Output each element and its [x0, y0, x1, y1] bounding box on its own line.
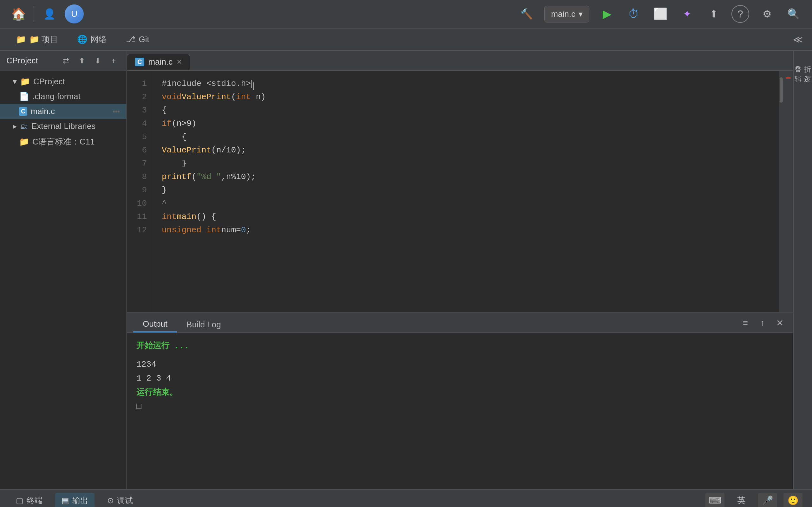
output-icon: ▤: [61, 496, 69, 505]
chevron-down-icon: ▾: [578, 9, 583, 19]
c-file-icon: C: [19, 107, 27, 116]
add-file-button[interactable]: +: [107, 55, 120, 67]
terminal-icon: ▢: [16, 496, 23, 505]
chevron-right-icon: ▸: [13, 121, 17, 131]
ai-icon[interactable]: ✦: [678, 5, 696, 23]
globe-icon: 🌐: [77, 35, 87, 44]
help-icon[interactable]: ?: [731, 5, 749, 23]
tool-debug[interactable]: ⊙ 调试: [101, 493, 139, 507]
title-bar-right: 🔨 main.c ▾ ▶ ⏱ ⬜ ✦ ⬆ ? ⚙ 🔍: [518, 5, 803, 23]
divider: [34, 6, 34, 22]
right-gutter: [783, 71, 793, 312]
code-content[interactable]: #include <stdio.h>| void ValuePrint(int …: [152, 71, 779, 312]
title-bar-left: 🏠 👤 U: [9, 4, 84, 23]
sidebar: CProject ⇄ ⬆ ⬇ + ▾ 📁 CProject 📄 .clang-f…: [0, 51, 127, 489]
code-line-8: printf("%d ",n%10);: [162, 170, 769, 184]
menu-bar: 📁 📁 项目 🌐 网络 ⎇ Git ≪: [0, 29, 812, 51]
run-config-button[interactable]: main.c ▾: [544, 6, 589, 22]
code-line-11: int main() {: [162, 210, 769, 224]
chevron-down-icon: ▾: [13, 77, 17, 87]
search-icon[interactable]: 🔍: [785, 5, 803, 23]
debug-icon[interactable]: ⏱: [625, 5, 643, 23]
tree-item-label: CProject: [33, 77, 120, 87]
tree-item-label: External Libraries: [32, 121, 120, 131]
vertical-scrollbar[interactable]: [779, 71, 783, 312]
run-config-label: main.c: [551, 9, 575, 19]
sidebar-item-cproject[interactable]: ▾ 📁 CProject: [0, 74, 126, 89]
tool-terminal[interactable]: ▢ 终端: [9, 493, 49, 507]
tab-main-c[interactable]: C main.c ✕: [127, 54, 190, 70]
avatar[interactable]: U: [65, 4, 84, 23]
menu-item-network[interactable]: 🌐 网络: [67, 31, 116, 48]
code-line-12: unsigned int num=0;: [162, 224, 769, 237]
right-sidebar-fold[interactable]: 折叠: [791, 57, 812, 63]
sidebar-item-c-standard[interactable]: 📁 C语言标准：C11: [0, 134, 126, 150]
code-line-7: }: [162, 157, 769, 170]
code-editor[interactable]: 1 2 3 4 5 6 7 8 9 10 11 12 #include <std…: [127, 71, 793, 312]
folder-icon: 📁: [20, 77, 30, 87]
gutter-mark-error: [786, 77, 791, 78]
sidebar-item-clang-format[interactable]: 📄 .clang-format: [0, 89, 126, 104]
output-menu-icon[interactable]: ≡: [739, 316, 752, 330]
expand-all-button[interactable]: ⇄: [60, 55, 72, 67]
run-start-text: 开始运行 ...: [136, 339, 783, 353]
tool-output[interactable]: ▤ 输出: [55, 493, 95, 507]
terminal-label: 终端: [27, 495, 43, 506]
output-content: 开始运行 ... 1234 1 2 3 4 运行结束。 □: [127, 333, 793, 489]
output-close-button[interactable]: ✕: [773, 316, 786, 330]
play-button[interactable]: ▶: [598, 5, 616, 23]
folder-icon: 📁: [16, 35, 26, 44]
stop-button[interactable]: ⬜: [652, 5, 669, 23]
tab-build-log[interactable]: Build Log: [177, 317, 230, 332]
upload-button[interactable]: ⬆: [75, 55, 88, 67]
ext-lib-icon: 🗂: [20, 121, 28, 131]
right-sidebar: 折叠 逻辑: [793, 51, 812, 489]
sidebar-item-external-libraries[interactable]: ▸ 🗂 External Libraries: [0, 119, 126, 134]
output-up-icon[interactable]: ↑: [756, 316, 769, 330]
output-panel: Output Build Log ≡ ↑ ✕ 开始运行 ... 1234 1 2…: [127, 312, 793, 489]
spacer: [136, 353, 783, 357]
hammer-icon[interactable]: 🔨: [518, 5, 536, 23]
mic-button[interactable]: 🎤: [758, 493, 777, 507]
ime-button[interactable]: ⌨: [705, 493, 724, 507]
debug-icon: ⊙: [107, 496, 114, 505]
folder-icon: 📁: [19, 137, 29, 147]
tree-item-label: C语言标准：C11: [32, 136, 120, 147]
menu-item-git[interactable]: ⎇ Git: [116, 32, 159, 48]
right-sidebar-logic[interactable]: 逻辑: [791, 66, 812, 73]
file-icon: 📄: [19, 92, 29, 101]
upload-icon[interactable]: ⬆: [705, 5, 722, 23]
tab-label: main.c: [148, 57, 172, 67]
output-line-1: 1234: [136, 357, 783, 372]
code-line-4: if(n>9): [162, 117, 769, 130]
bottom-tool-bar: ▢ 终端 ▤ 输出 ⊙ 调试 ⌨ 英 🎤 🙂: [0, 489, 812, 507]
line-numbers: 1 2 3 4 5 6 7 8 9 10 11 12: [127, 71, 152, 312]
more-options-icon[interactable]: •••: [113, 107, 120, 116]
tab-output[interactable]: Output: [133, 317, 177, 332]
git-icon: ⎇: [126, 35, 136, 44]
settings-icon[interactable]: ⚙: [758, 5, 776, 23]
download-button[interactable]: ⬇: [91, 55, 104, 67]
output-tab-bar: Output Build Log ≡ ↑ ✕: [127, 313, 793, 333]
code-line-6: ValuePrint(n/10);: [162, 144, 769, 157]
scrollbar-thumb[interactable]: [780, 77, 783, 103]
editor-area: C main.c ✕ 1 2 3 4 5 6 7 8 9 10: [127, 51, 793, 489]
output-tab-actions: ≡ ↑ ✕: [739, 316, 793, 332]
sidebar-collapse-button[interactable]: ≪: [790, 32, 806, 47]
home-button[interactable]: 🏠: [9, 5, 27, 23]
code-line-10: ^: [162, 197, 769, 210]
tab-close-button[interactable]: ✕: [176, 58, 182, 66]
sidebar-tree: ▾ 📁 CProject 📄 .clang-format C main.c ••…: [0, 71, 126, 489]
tree-item-label: .clang-format: [32, 92, 120, 101]
cursor-block: □: [136, 400, 783, 413]
sidebar-item-main-c[interactable]: C main.c •••: [0, 104, 126, 119]
emoji-button[interactable]: 🙂: [783, 493, 803, 507]
main-layout: CProject ⇄ ⬆ ⬇ + ▾ 📁 CProject 📄 .clang-f…: [0, 51, 812, 489]
menu-item-project[interactable]: 📁 📁 项目: [6, 31, 67, 48]
sidebar-header: CProject ⇄ ⬆ ⬇ +: [0, 51, 126, 71]
user-button[interactable]: 👤: [41, 5, 58, 23]
output-line-2: 1 2 3 4: [136, 372, 783, 385]
code-line-1: #include <stdio.h>|: [162, 77, 769, 91]
debug-label: 调试: [117, 495, 133, 506]
language-button[interactable]: 英: [731, 493, 752, 507]
